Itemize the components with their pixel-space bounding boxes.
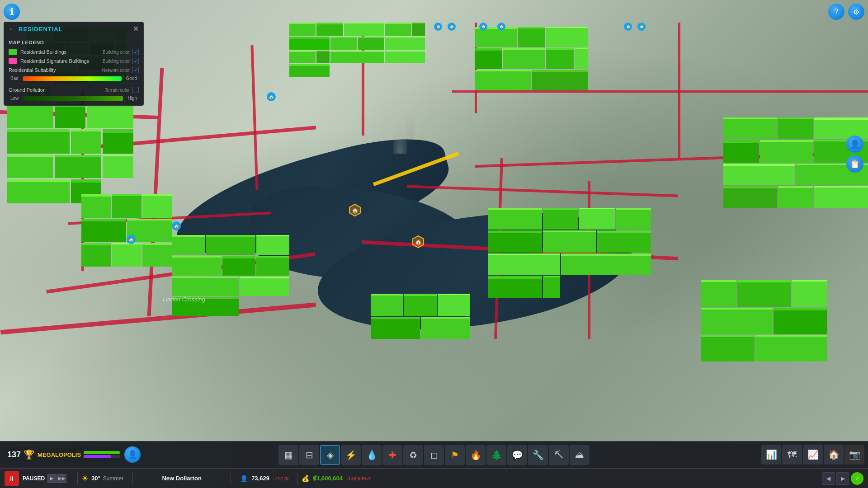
pause-button[interactable]: ⏸ xyxy=(5,471,19,486)
toolbar-zones[interactable]: ▦ xyxy=(278,445,298,465)
toolbar-electricity[interactable]: ⚡ xyxy=(341,445,361,465)
toolbar-camera[interactable]: 📷 xyxy=(844,445,864,465)
legend-panel: ← RESIDENTIAL ✕ MAP LEGEND Residential B… xyxy=(4,22,144,106)
residential-buildings-checkbox[interactable] xyxy=(132,49,139,55)
speed-1x[interactable]: ▶ xyxy=(47,474,57,483)
bld-cluster-bc xyxy=(371,294,470,339)
toolbar-garbage[interactable]: ♻ xyxy=(403,445,423,465)
map-pin-4: 🏠 xyxy=(434,23,442,31)
help-button[interactable]: ? xyxy=(828,4,844,20)
left-toolbar: 137 🏆 MEGALOPOLIS 👤 xyxy=(0,441,144,468)
xp-bar-green xyxy=(84,451,120,454)
settings-button[interactable]: ⚙ xyxy=(848,4,864,20)
suitability-bad-label: Bad xyxy=(10,76,19,81)
toolbar-health[interactable]: ✚ xyxy=(382,445,402,465)
map-pin-5: 🏠 xyxy=(448,23,456,31)
suitability-type: Network color xyxy=(102,68,130,73)
residential-buildings-type: Building color xyxy=(103,50,130,55)
toolbar-bulldoze[interactable]: ⛏ xyxy=(549,445,569,465)
money-change: -138,699 /h xyxy=(346,476,372,481)
map-pin-6: 🏠 xyxy=(479,23,487,31)
legend-row-pollution: Ground Pollution Terrain color xyxy=(9,87,139,93)
separator-1 xyxy=(77,472,78,485)
right-sidebar-controls: 👤 📋 xyxy=(846,136,863,173)
map-pin-7: 🏠 xyxy=(497,23,505,31)
suitability-checkbox[interactable] xyxy=(132,67,139,73)
info-button[interactable]: ℹ xyxy=(4,4,20,20)
hex-marker-2[interactable]: 🏠 xyxy=(411,235,425,249)
toolbar-map[interactable]: 🗺 xyxy=(782,445,802,465)
bottom-status-bar: ⏸ PAUSED ▶ ▶▶ ☀ 30° Summer New Dollarton… xyxy=(0,468,868,488)
pollution-low-label: Low xyxy=(10,96,19,101)
top-right-controls: ? ⚙ xyxy=(828,4,864,20)
nav-left[interactable]: ◀ xyxy=(822,472,835,485)
city-title: MEGALOPOLIS xyxy=(38,451,81,458)
money-icon: 💰 xyxy=(302,475,309,482)
pollution-checkbox[interactable] xyxy=(132,87,139,93)
toolbar-water-pipes[interactable]: 💧 xyxy=(362,445,382,465)
weather-info: ☀ 30° Summer xyxy=(81,474,123,483)
money-info: 💰 ₡1,600,604 -138,699 /h xyxy=(302,475,372,482)
toolbar-water-power[interactable]: ◈ xyxy=(320,445,340,465)
toolbar-disasters[interactable]: ⛰ xyxy=(570,445,590,465)
separator-3 xyxy=(231,472,231,485)
map-pin-2: 🏠 xyxy=(172,221,181,230)
pollution-bar xyxy=(23,96,123,101)
toolbar-stats[interactable]: 📊 xyxy=(761,445,781,465)
toolbar-tools[interactable]: 🔧 xyxy=(528,445,548,465)
bld-cluster-lm xyxy=(7,104,133,203)
paused-label: PAUSED xyxy=(23,475,45,482)
legend-body: MAP LEGEND Residential Buildings Buildin… xyxy=(4,36,143,105)
legend-row-residential-buildings: Residential Buildings Building color xyxy=(9,49,139,55)
weather-icon: ☀ xyxy=(81,474,89,483)
residential-buildings-swatch xyxy=(9,49,17,55)
xp-bar-purple-bg xyxy=(84,455,120,458)
signature-buildings-checkbox[interactable] xyxy=(132,58,139,64)
toolbar-fire[interactable]: 🔥 xyxy=(466,445,486,465)
player-avatar[interactable]: 👤 xyxy=(124,446,141,463)
suitability-label: Residential Suitability xyxy=(9,67,102,73)
map-pin-9: 🏠 xyxy=(637,23,646,31)
legend-header: ← RESIDENTIAL ✕ xyxy=(4,22,143,36)
pollution-high-label: High xyxy=(127,96,137,101)
toolbar-parks[interactable]: 🌲 xyxy=(486,445,506,465)
right-toolbar: 📊 🗺 📈 🏠 📷 xyxy=(758,441,868,468)
toolbar-police[interactable]: ⚑ xyxy=(445,445,465,465)
nav-controls: ◀ ▶ ✓ xyxy=(822,472,863,485)
legend-back-arrow[interactable]: ← xyxy=(9,25,16,33)
bld-cluster-frb xyxy=(701,280,827,361)
legend-close-button[interactable]: ✕ xyxy=(133,25,139,33)
sidebar-icon-1[interactable]: 👤 xyxy=(846,136,863,153)
speed-2x[interactable]: ▶▶ xyxy=(57,474,66,483)
toolbar-roads[interactable]: ⊟ xyxy=(299,445,319,465)
toolbar-charts[interactable]: 📈 xyxy=(803,445,823,465)
bld-cluster-cl xyxy=(81,194,172,267)
population-icon: 👤 xyxy=(240,475,248,482)
nav-right[interactable]: ▶ xyxy=(836,472,849,485)
xp-bars xyxy=(84,451,120,458)
toolbar-buildings-list[interactable]: 🏠 xyxy=(824,445,844,465)
weather-season: Summer xyxy=(103,475,123,482)
status-ok[interactable]: ✓ xyxy=(851,472,863,485)
city-level-number: 137 xyxy=(7,450,21,460)
residential-buildings-label: Residential Buildings xyxy=(20,49,103,55)
city-badge: 137 🏆 MEGALOPOLIS xyxy=(4,447,123,462)
bld-cluster-rs xyxy=(488,208,651,298)
suitability-good-label: Good xyxy=(126,76,137,81)
population-change: -712 /h xyxy=(273,476,288,481)
toolbar-transit[interactable]: ◻ xyxy=(424,445,444,465)
hex-marker-1[interactable]: 🏠 xyxy=(348,203,362,217)
road-v-7 xyxy=(678,23,680,158)
map-legend-label: MAP LEGEND xyxy=(9,40,139,45)
population-count: 73,629 xyxy=(251,475,269,482)
map-pin-8: 🏠 xyxy=(624,23,632,31)
city-name: New Dollarton xyxy=(137,475,227,482)
trophy-icon: 🏆 xyxy=(24,449,35,460)
legend-row-suitability: Residential Suitability Network color xyxy=(9,67,139,73)
sidebar-icon-2[interactable]: 📋 xyxy=(846,155,863,173)
population-info: 👤 73,629 -712 /h xyxy=(240,475,288,482)
suitability-bar xyxy=(23,76,122,81)
toolbar-comms[interactable]: 💬 xyxy=(507,445,527,465)
separator-4 xyxy=(297,472,298,485)
bld-cluster-tm xyxy=(289,23,425,77)
